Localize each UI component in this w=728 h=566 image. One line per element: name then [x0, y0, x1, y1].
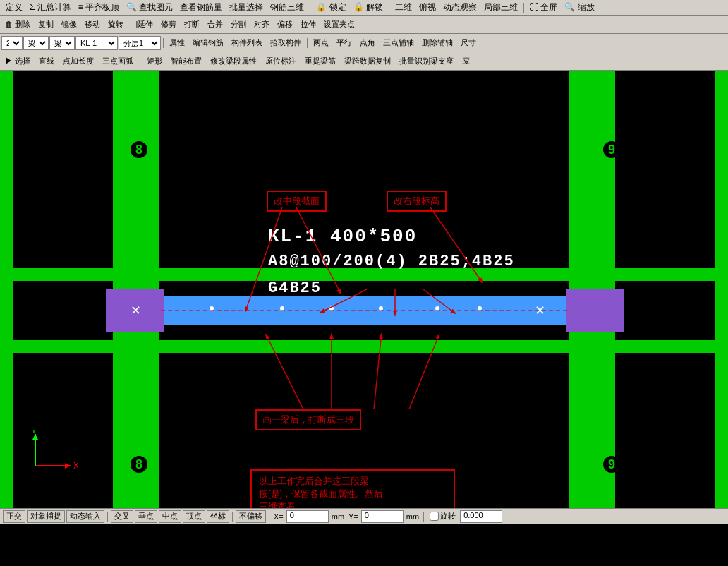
batch-identify-button[interactable]: 批量识别梁支座	[396, 54, 457, 69]
slab-bottom	[0, 340, 728, 353]
del-aux-button[interactable]: 删除辅轴	[418, 35, 456, 51]
svg-text:X: X	[73, 461, 78, 471]
rect-button[interactable]: 矩形	[143, 54, 166, 69]
parallel-button[interactable]: 平行	[333, 35, 356, 51]
three-point-arc-button[interactable]: 三点画弧	[99, 54, 137, 69]
cross-left: ✕	[131, 303, 141, 318]
menu-rebar-3d[interactable]: 钢筋三维	[267, 1, 307, 14]
copy-span-button[interactable]: 梁跨数据复制	[341, 54, 394, 69]
col-num-left: 8	[131, 141, 147, 158]
svg-marker-4	[32, 434, 38, 440]
menu-unlock[interactable]: 🔓 解锁	[351, 1, 386, 14]
smart-place-button[interactable]: 智能布置	[167, 54, 205, 69]
point-angle-button[interactable]: 点角	[356, 35, 379, 51]
dynamic-input-button[interactable]: 动态输入	[66, 510, 104, 523]
line-button[interactable]: 直线	[35, 54, 58, 69]
coordinate-axes: X Y	[21, 430, 78, 480]
rotate-field: 0.000	[460, 510, 502, 523]
mm-label-2: mm	[405, 512, 420, 521]
svg-marker-1	[65, 463, 71, 469]
perpendicular-button[interactable]: 垂点	[135, 510, 157, 523]
subtype-select[interactable]: 梁	[49, 36, 75, 50]
menu-view-rebar[interactable]: 查看钢筋量	[177, 1, 225, 14]
object-snap-button[interactable]: 对象捕捉	[27, 510, 65, 523]
separator	[107, 512, 108, 522]
menu-zoom[interactable]: 🔍 缩放	[562, 1, 597, 14]
coordinate-button[interactable]: 坐标	[207, 510, 229, 523]
beam-dot-1	[210, 306, 214, 311]
extend-button[interactable]: =|延伸	[128, 17, 157, 32]
copy-button[interactable]: 复制	[35, 17, 57, 32]
y-label: Y=	[347, 512, 360, 521]
beam-dot-6	[478, 306, 482, 311]
align-button[interactable]: 对齐	[250, 17, 273, 32]
point-extend-button[interactable]: 点加长度	[59, 54, 97, 69]
menu-summary[interactable]: Σ 汇总计算	[27, 1, 74, 14]
menu-lock[interactable]: 🔒 锁定	[313, 1, 348, 14]
re-extract-button[interactable]: 重提梁筋	[301, 54, 339, 69]
merge-button[interactable]: 合并	[204, 17, 226, 32]
vertex-button[interactable]: 顶点	[183, 510, 205, 523]
col-num-right: 9	[603, 141, 620, 158]
cross-button[interactable]: 交叉	[111, 510, 133, 523]
mirror-button[interactable]: 镜像	[58, 17, 80, 32]
beam-dot-3	[329, 306, 334, 311]
anno-break-three: 画一梁后，打断成三段	[255, 409, 361, 430]
midpoint-button[interactable]: 中点	[159, 510, 181, 523]
offset-button[interactable]: 偏移	[274, 17, 296, 32]
menu-define[interactable]: 定义	[3, 1, 25, 14]
menu-batch-select[interactable]: 批量选择	[226, 1, 266, 14]
trim-button[interactable]: 修剪	[157, 17, 180, 32]
type-select[interactable]: 梁	[23, 36, 49, 50]
svg-text:Y: Y	[31, 430, 37, 435]
separator	[163, 38, 164, 48]
menu-fullscreen[interactable]: ⛶ 全屏	[527, 1, 560, 14]
col-left-outer	[0, 71, 13, 508]
separator	[232, 512, 233, 522]
stretch-button[interactable]: 拉伸	[297, 17, 320, 32]
no-offset-button[interactable]: 不偏移	[236, 510, 266, 523]
dimension-button[interactable]: 尺寸	[457, 35, 480, 51]
delete-button[interactable]: 🗑 删除	[1, 17, 34, 32]
beam-dot-4	[379, 306, 383, 311]
pick-component-button[interactable]: 拾取构件	[267, 35, 305, 51]
select-button[interactable]: ▶ 选择	[1, 54, 34, 69]
move-button[interactable]: 移动	[81, 17, 104, 32]
two-point-button[interactable]: 两点	[310, 35, 332, 51]
properties-button[interactable]: 属性	[166, 35, 188, 51]
anno-instruction-line3: 三维查看。	[259, 500, 447, 508]
joint-right	[566, 289, 624, 332]
orthogonal-button[interactable]: 正交	[3, 510, 25, 523]
rotate-button[interactable]: 旋转	[104, 17, 127, 32]
x-label: X=	[272, 512, 285, 521]
menu-top-view[interactable]: 俯视	[416, 1, 439, 14]
toolbar-draw: ▶ 选择 直线 点加长度 三点画弧 矩形 智能布置 修改梁段属性 原位标注 重提…	[0, 52, 728, 71]
menubar: 定义 Σ 汇总计算 ≡ 平齐板顶 🔍 查找图元 查看钢筋量 批量选择 钢筋三维 …	[0, 0, 728, 16]
menu-local-3d[interactable]: 局部三维	[481, 1, 521, 14]
col-num-left-bottom: 8	[131, 456, 147, 473]
menu-2d[interactable]: 二维	[392, 1, 415, 14]
break-button[interactable]: 打断	[181, 17, 203, 32]
layer-select[interactable]: 分层1	[119, 36, 161, 50]
modify-segment-button[interactable]: 修改梁段属性	[207, 54, 260, 69]
floor-select[interactable]: 2	[1, 36, 23, 50]
x-field: 0	[286, 510, 329, 523]
in-situ-label-button[interactable]: 原位标注	[262, 54, 300, 69]
menu-align-top[interactable]: ≡ 平齐板顶	[75, 1, 122, 14]
menu-find-element[interactable]: 🔍 查找图元	[123, 1, 176, 14]
beam-dot-5	[435, 306, 439, 311]
anno-mid-section: 改中段截面	[267, 191, 327, 212]
separator	[140, 56, 140, 66]
split-button[interactable]: 分割	[227, 17, 250, 32]
three-point-aux-button[interactable]: 三点辅轴	[380, 35, 418, 51]
rotate-checkbox-label[interactable]: 旋转	[427, 511, 459, 522]
toolbar-edit: 🗑 删除 复制 镜像 移动 旋转 =|延伸 修剪 打断 合并 分割 对齐 偏移 …	[0, 16, 728, 34]
component-list-button[interactable]: 构件列表	[228, 35, 266, 51]
y-field: 0	[361, 510, 404, 523]
name-select[interactable]: KL-1	[75, 36, 118, 50]
set-grip-button[interactable]: 设置夹点	[320, 17, 358, 32]
app-button[interactable]: 应	[459, 54, 473, 69]
menu-dynamic-view[interactable]: 动态观察	[440, 1, 480, 14]
edit-rebar-button[interactable]: 编辑钢筋	[189, 35, 227, 51]
rotate-checkbox[interactable]	[430, 512, 439, 521]
